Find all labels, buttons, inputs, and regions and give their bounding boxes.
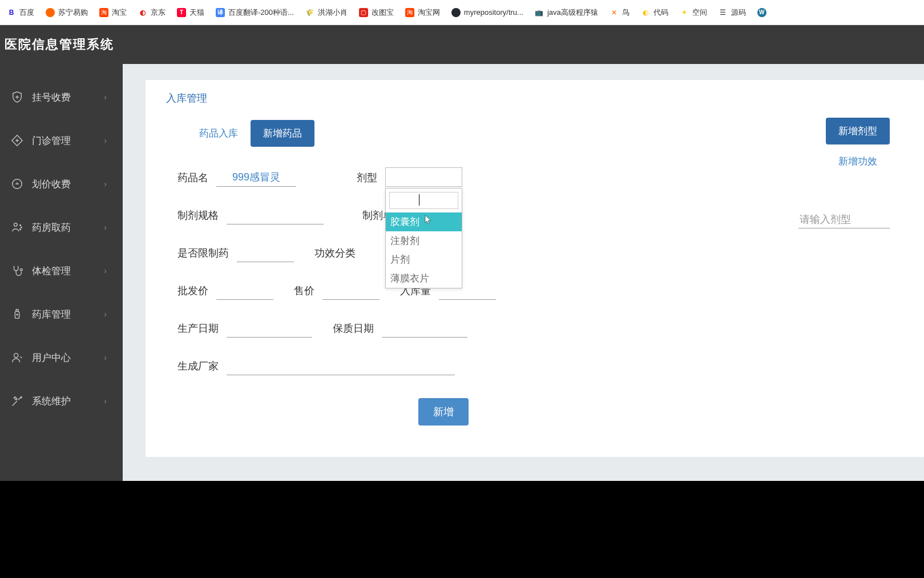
form-group-dosage-form: 剂型 胶囊剂 <box>357 167 462 187</box>
input-spec[interactable] <box>227 207 324 224</box>
sidebar-item-register-fee[interactable]: 挂号收费 › <box>0 75 123 119</box>
bookmark-label: 天猫 <box>189 7 204 18</box>
bookmark-source[interactable]: ☰ 源码 <box>716 5 748 20</box>
submit-row: 新增 <box>177 398 903 426</box>
dosage-form-dropdown: 胶囊剂 注射剂 片剂 薄膜衣片 <box>385 188 462 288</box>
main-layout: 挂号收费 › 门诊管理 › 划价收费 › 药房取药 › <box>0 64 924 481</box>
bookmark-label: 空间 <box>692 7 707 18</box>
dosage-form-input[interactable] <box>798 211 890 228</box>
tab-add-drug[interactable]: 新增药品 <box>251 120 314 147</box>
input-wholesale[interactable] <box>216 283 273 300</box>
form-group-manufacturer: 生成厂家 <box>177 358 455 375</box>
gaitu-icon: ▢ <box>359 8 368 17</box>
chevron-right-icon: › <box>104 310 107 319</box>
add-dosage-form-button[interactable]: 新增剂型 <box>826 118 890 144</box>
add-effect-link[interactable]: 新增功效 <box>838 155 877 168</box>
sidebar-item-maintenance[interactable]: 系统维护 › <box>0 379 123 423</box>
label-effect: 功效分类 <box>314 246 356 262</box>
dosage-form-select[interactable] <box>385 167 462 187</box>
bookmark-taobao2[interactable]: 淘 淘宝网 <box>403 5 442 20</box>
sidebar-item-label: 划价收费 <box>32 178 71 191</box>
input-manufacturer[interactable] <box>227 358 455 375</box>
chevron-right-icon: › <box>104 396 107 406</box>
bookmark-label: 淘宝网 <box>418 7 440 18</box>
tab-drug-stock-in[interactable]: 药品入库 <box>187 120 251 147</box>
bookmark-tmall[interactable]: T 天猫 <box>175 5 207 20</box>
bilibili-icon: 📺 <box>535 8 544 17</box>
label-production-date: 生产日期 <box>177 322 219 338</box>
sidebar-item-label: 体检管理 <box>32 264 71 278</box>
bookmark-code[interactable]: ◐ 代码 <box>639 5 671 20</box>
bookmark-bar: B 百度 苏宁易购 淘 淘宝 ◐ 京东 T 天猫 译 百度翻译-200种语...… <box>0 0 924 25</box>
user-icon <box>10 351 24 364</box>
bookmark-label: 鸟 <box>622 7 630 18</box>
bookmark-label: 京东 <box>151 7 166 18</box>
code-icon: ◐ <box>641 8 650 17</box>
sidebar-item-pharmacy[interactable]: 药房取药 › <box>0 206 123 249</box>
suning-icon <box>46 8 55 17</box>
bookmark-jd[interactable]: ◐ 京东 <box>136 5 168 20</box>
dropdown-search-input[interactable] <box>389 192 458 209</box>
form-group-drug-name: 药品名 999感冒灵 <box>177 168 296 187</box>
chevron-right-icon: › <box>104 223 107 232</box>
label-expiry-date: 保质日期 <box>333 322 374 338</box>
form-row-2: 制剂规格 制剂单位 <box>177 207 903 224</box>
sidebar-item-checkup[interactable]: 体检管理 › <box>0 249 123 292</box>
svg-point-2 <box>20 224 21 226</box>
sidebar-item-outpatient[interactable]: 门诊管理 › <box>0 119 123 162</box>
form-group-production-date: 生产日期 <box>177 320 312 338</box>
sidebar-item-user-center[interactable]: 用户中心 › <box>0 336 123 379</box>
chevron-right-icon: › <box>104 93 107 102</box>
svg-point-1 <box>14 223 18 227</box>
form-area: 药品名 999感冒灵 剂型 <box>177 167 903 426</box>
input-expiry-date[interactable] <box>382 320 467 338</box>
bookmark-baidu[interactable]: B 百度 <box>5 5 37 20</box>
dropdown-option-tablet[interactable]: 片剂 <box>386 250 462 269</box>
submit-button[interactable]: 新增 <box>418 398 469 426</box>
bookmark-honghu[interactable]: 🌾 洪湖小肖 <box>303 5 350 20</box>
bookmark-baidu-translate[interactable]: 译 百度翻译-200种语... <box>213 5 296 20</box>
bookmark-wp[interactable]: W <box>755 6 769 19</box>
bottle-icon <box>10 307 24 321</box>
bookmark-gaitu[interactable]: ▢ 改图宝 <box>357 5 396 20</box>
sidebar-item-label: 药库管理 <box>32 308 71 321</box>
source-icon: ☰ <box>719 8 728 17</box>
wordpress-icon: W <box>757 8 766 17</box>
bookmark-java[interactable]: 📺 java高级程序猿 <box>532 5 600 20</box>
label-spec: 制剂规格 <box>177 208 219 224</box>
bookmark-taobao[interactable]: 淘 淘宝 <box>97 5 129 20</box>
github-icon <box>451 8 461 17</box>
input-sale-price[interactable] <box>322 283 380 300</box>
bookmark-bird[interactable]: ✕ 鸟 <box>607 5 632 20</box>
sidebar-item-label: 药房取药 <box>32 221 71 234</box>
bookmark-suning[interactable]: 苏宁易购 <box>43 5 90 20</box>
tmall-icon: T <box>177 8 186 17</box>
bookmark-label: 百度翻译-200种语... <box>228 7 294 18</box>
plus-diamond-icon <box>10 134 24 147</box>
label-dosage-form: 剂型 <box>357 167 377 187</box>
dropdown-option-injection[interactable]: 注射剂 <box>386 231 462 250</box>
sidebar-item-label: 用户中心 <box>32 351 71 364</box>
dropdown-option-film-coated[interactable]: 薄膜衣片 <box>386 269 462 288</box>
form-row-5: 生产日期 保质日期 <box>177 320 903 338</box>
honghu-icon: 🌾 <box>305 8 314 17</box>
input-restricted[interactable] <box>237 245 294 262</box>
dropdown-option-capsule[interactable]: 胶囊剂 <box>386 212 462 231</box>
form-row-3: 是否限制药 功效分类 <box>177 245 903 262</box>
input-production-date[interactable] <box>227 320 312 338</box>
form-group-expiry-date: 保质日期 <box>333 320 467 338</box>
form-row-4: 批发价 售价 入库量 <box>177 283 903 300</box>
baidu-icon: B <box>7 8 16 17</box>
sidebar-item-warehouse[interactable]: 药库管理 › <box>0 292 123 336</box>
bookmark-myrepo[interactable]: myrepository/tru... <box>449 6 526 19</box>
dropdown-list: 胶囊剂 注射剂 片剂 薄膜衣片 <box>386 212 462 288</box>
input-drug-name[interactable]: 999感冒灵 <box>216 168 296 187</box>
content-panel: 入库管理 药品入库 新增药品 新增剂型 新增功效 药品名 <box>146 80 924 457</box>
bookmark-qzone[interactable]: ✦ 空间 <box>677 5 709 20</box>
sidebar-item-pricing[interactable]: 划价收费 › <box>0 162 123 206</box>
bookmark-label: myrepository/tru... <box>464 8 523 17</box>
label-drug-name: 药品名 <box>177 171 208 187</box>
bookmark-label: 源码 <box>731 7 746 18</box>
form-group-spec: 制剂规格 <box>177 207 324 224</box>
stethoscope-icon <box>10 264 24 278</box>
